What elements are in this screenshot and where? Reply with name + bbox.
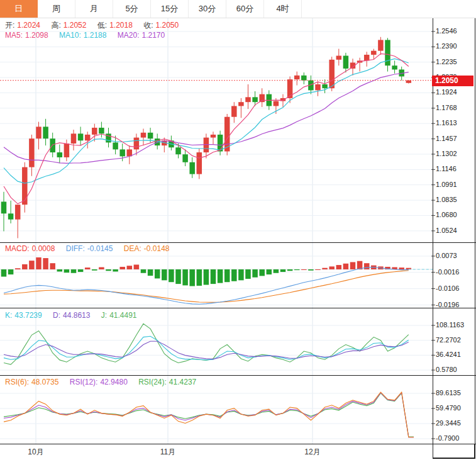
x-axis-month-label: 12月 (302, 447, 323, 458)
chart-canvas[interactable] (0, 18, 476, 467)
fx-chart-app: 日 周 月 5分 15分 30分 60分 4时 开:1.2024 高:1.205… (0, 0, 476, 467)
last-price-badge: 1.2050 (432, 76, 473, 86)
x-axis-month-label: 11月 (157, 447, 179, 458)
x-axis-month-label: 10月 (25, 447, 47, 458)
chart-area[interactable]: 开:1.2024 高:1.2052 低:1.2018 收:1.2050 MA5:… (0, 0, 476, 467)
x-axis-corner-box (433, 444, 475, 458)
